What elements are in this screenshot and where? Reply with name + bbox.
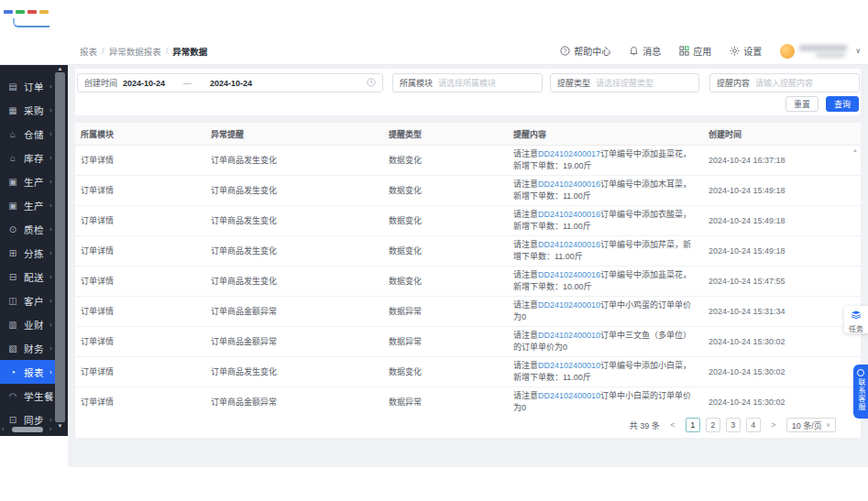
gear-icon (730, 46, 740, 56)
order-number-link[interactable]: DD24102400010 (538, 331, 600, 340)
table-header: 所属模块 异常提醒 提醒类型 提醒内容 创建时间 (75, 123, 861, 146)
order-number-link[interactable]: DD24102400016 (538, 240, 600, 249)
settings-button[interactable]: 设置 (730, 44, 762, 58)
page-button-3[interactable]: 3 (726, 418, 741, 432)
chevron-down-icon: ∨ (826, 421, 830, 429)
sidebar-item-customers[interactable]: ◫客户› (0, 289, 55, 312)
filter-panel: 创建时间 2024-10-24 — 2024-10-24 所属模块 请选择所属模… (75, 69, 861, 115)
order-number-link[interactable]: DD24102400016 (538, 270, 600, 279)
prev-page-button[interactable]: < (665, 418, 680, 432)
alert-content-input[interactable]: 提醒内容 请输入提醒内容 (709, 73, 860, 93)
page-button-1[interactable]: 1 (686, 418, 700, 432)
production-icon: ▣ (7, 177, 18, 187)
apps-button[interactable]: 应用 (679, 44, 711, 58)
breadcrumb-separator: / (102, 46, 104, 56)
order-icon: ▤ (7, 82, 18, 92)
breadcrumb-item[interactable]: 报表 (80, 45, 97, 58)
sidebar-item-reports[interactable]: ◔报表› (0, 360, 55, 384)
customer-icon: ◫ (7, 296, 18, 306)
sidebar-vertical-scrollbar[interactable] (55, 72, 65, 422)
table-row: 订单详情 订单商品金额异常 数据异常 请注意DD24102400010订单中小鸡… (75, 297, 861, 327)
reset-button[interactable]: 重置 (786, 96, 819, 112)
inventory-icon: ⌂ (7, 153, 18, 163)
top-strip (0, 0, 868, 37)
contact-service-float-button[interactable]: 联系客服 (853, 365, 868, 419)
sidebar-menu: ▤订单› ▦采购› ⌂仓储› ⌂库存› ▣生产› ▣生产› ⊙质检› ⊞分拣› … (0, 74, 55, 431)
date-range-input[interactable]: 创建时间 2024-10-24 — 2024-10-24 (77, 73, 383, 93)
service-icon (857, 369, 864, 376)
table-row: 订单详情 订单商品发生变化 数据变化 请注意DD24102400017订单编号中… (75, 146, 861, 176)
date-to-value: 2024-10-24 (210, 79, 252, 88)
column-header-type: 提醒类型 (383, 128, 508, 140)
table-row: 订单详情 订单商品发生变化 数据变化 请注意DD24102400016订单编号中… (75, 206, 861, 236)
next-page-button[interactable]: > (766, 418, 781, 432)
page-size-select[interactable]: 10 条/页 ∨ (786, 418, 836, 432)
user-menu[interactable]: ∨ (780, 44, 861, 59)
alerts-table: 所属模块 异常提醒 提醒类型 提醒内容 创建时间 订单详情 订单商品发生变化 数… (75, 123, 861, 438)
sidebar-item-warehouse[interactable]: ⌂仓储› (0, 122, 55, 146)
breadcrumb-separator: / (166, 46, 169, 56)
sidebar-item-delivery[interactable]: ⊟配送› (0, 265, 55, 289)
date-from-value: 2024-10-24 (123, 79, 165, 88)
business-finance-icon: ▥ (7, 320, 18, 330)
svg-text:?: ? (564, 48, 567, 54)
chevron-down-icon: ∨ (855, 47, 861, 55)
sorting-icon: ⊞ (7, 248, 18, 258)
quality-check-icon: ⊙ (7, 224, 18, 234)
header-bar: 报表 / 异常数据报表 / 异常数据 ? 帮助中心 消息 (0, 37, 868, 65)
tasks-float-button[interactable]: 任务 (844, 306, 868, 333)
sidebar-item-inventory[interactable]: ⌂库存› (0, 146, 55, 169)
module-select[interactable]: 所属模块 请选择所属模块 (392, 73, 543, 93)
alert-type-select[interactable]: 提醒类型 请选择提醒类型 (550, 73, 699, 93)
student-meal-icon: ◠ (7, 391, 18, 401)
order-number-link[interactable]: DD24102400017 (538, 149, 600, 158)
scrollbar-thumb[interactable] (12, 427, 43, 432)
layers-icon (851, 306, 862, 322)
table-row: 订单详情 订单商品金额异常 数据异常 请注意DD24102400010订单中小白… (75, 387, 861, 412)
table-row: 订单详情 订单商品发生变化 数据变化 请注意DD24102400016订单编号中… (75, 236, 861, 267)
order-number-link[interactable]: DD24102400016 (538, 180, 600, 189)
table-row: 订单详情 订单商品金额异常 数据异常 请注意DD24102400010订单中三文… (75, 327, 861, 357)
sidebar-item-production-1[interactable]: ▣生产› (0, 169, 55, 193)
calendar-icon[interactable] (367, 78, 376, 89)
sidebar-horizontal-scrollbar[interactable]: ‹ › (0, 425, 55, 434)
order-number-link[interactable]: DD24102400010 (538, 361, 600, 370)
pagination-total: 共 39 条 (630, 419, 660, 431)
search-button[interactable]: 查询 (826, 96, 859, 112)
bell-icon (629, 46, 639, 56)
help-center-button[interactable]: ? 帮助中心 (560, 44, 610, 58)
finance-icon: ▧ (7, 343, 18, 354)
sidebar-item-business-finance[interactable]: ▥业财› (0, 312, 55, 336)
table-scroll-up-icon[interactable]: ▲ (852, 147, 859, 153)
table-body: 订单详情 订单商品发生变化 数据变化 请注意DD24102400017订单编号中… (75, 146, 861, 412)
scroll-right-icon[interactable]: › (49, 425, 51, 434)
order-number-link[interactable]: DD24102400010 (538, 300, 600, 310)
breadcrumb-item[interactable]: 异常数据报表 (109, 45, 161, 58)
sidebar-item-student-meal[interactable]: ◠学生餐 (0, 384, 55, 408)
sync-icon: ⊡ (7, 415, 18, 425)
warehouse-icon: ⌂ (7, 129, 18, 139)
sidebar-item-orders[interactable]: ▤订单› (0, 74, 55, 98)
sidebar-scroll-up-icon[interactable]: ▲ (55, 65, 65, 72)
sidebar-item-quality[interactable]: ⊙质检› (0, 217, 55, 241)
messages-button[interactable]: 消息 (629, 44, 661, 58)
apps-icon (679, 46, 689, 56)
order-number-link[interactable]: DD24102400016 (538, 210, 600, 219)
breadcrumb: 报表 / 异常数据报表 / 异常数据 (80, 37, 207, 65)
order-number-link[interactable]: DD24102400010 (538, 391, 600, 400)
sidebar-item-production-2[interactable]: ▣生产› (0, 193, 55, 217)
avatar (780, 44, 795, 59)
sidebar: ▤订单› ▦采购› ⌂仓储› ⌂库存› ▣生产› ▣生产› ⊙质检› ⊞分拣› … (0, 65, 68, 436)
sidebar-item-purchase[interactable]: ▦采购› (0, 98, 55, 122)
sidebar-item-sorting[interactable]: ⊞分拣› (0, 241, 55, 265)
delivery-icon: ⊟ (7, 272, 18, 282)
scroll-left-icon[interactable]: ‹ (2, 425, 4, 434)
sidebar-item-finance[interactable]: ▧财务› (0, 336, 55, 360)
report-icon: ◔ (7, 367, 18, 377)
page-button-4[interactable]: 4 (746, 418, 761, 432)
page-button-2[interactable]: 2 (706, 418, 720, 432)
column-header-module: 所属模块 (75, 128, 205, 140)
page: 报表 / 异常数据报表 / 异常数据 ? 帮助中心 消息 (0, 0, 868, 501)
sidebar-scroll-down-icon[interactable]: ▼ (55, 422, 65, 430)
app-logo (4, 10, 57, 34)
